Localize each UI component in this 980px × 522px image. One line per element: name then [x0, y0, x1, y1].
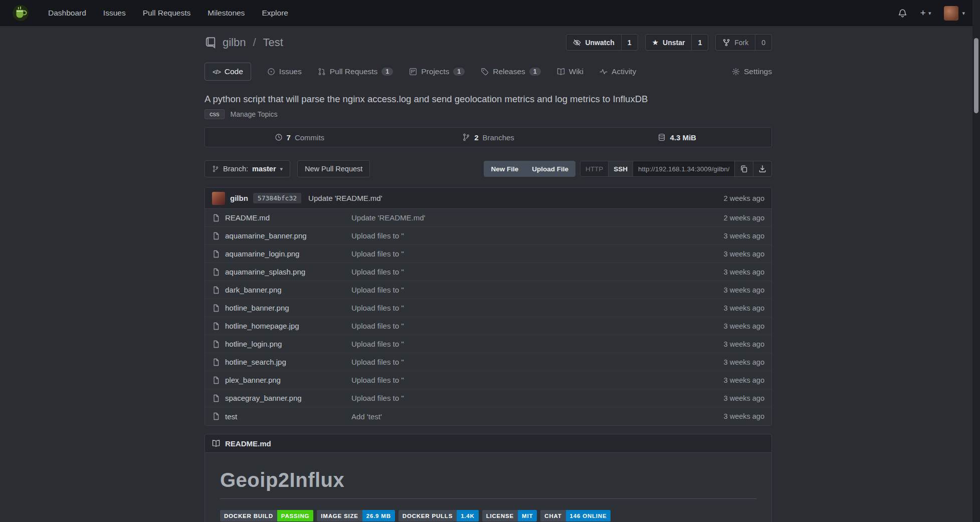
readme-header: README.md	[205, 434, 772, 453]
file-commit-time: 3 weeks ago	[704, 268, 764, 276]
chevron-down-icon: ▾	[928, 10, 931, 17]
file-link[interactable]: spacegray_banner.png	[225, 394, 302, 402]
file-commit-message[interactable]: Upload files to ''	[351, 249, 704, 258]
page-scrollbar[interactable]	[972, 0, 980, 522]
code-icon: </>	[213, 68, 221, 76]
file-commit-message[interactable]: Upload files to ''	[351, 231, 704, 240]
unstar-button[interactable]: ★ Unstar	[645, 34, 692, 51]
toolbar-right: New File Upload File HTTP SSH	[484, 161, 772, 177]
file-link[interactable]: plex_banner.png	[225, 376, 281, 384]
file-link[interactable]: README.md	[225, 213, 270, 222]
file-link[interactable]: hotline_login.png	[225, 340, 282, 348]
file-commit-message[interactable]: Add 'test'	[351, 412, 704, 421]
repo-stats-bar: 7Commits 2Branches 4.3 MiB	[205, 127, 772, 147]
tab-code[interactable]: </> Code	[205, 63, 251, 81]
tab-issues[interactable]: Issues	[267, 67, 302, 76]
tab-wiki[interactable]: Wiki	[557, 67, 583, 76]
file-row: plex_banner.png Upload files to '' 3 wee…	[205, 371, 771, 389]
file-commit-message[interactable]: Upload files to ''	[351, 304, 704, 312]
chevron-down-icon: ▾	[962, 10, 965, 17]
file-link[interactable]: hotline_banner.png	[225, 304, 289, 312]
file-commit-message[interactable]: Upload files to ''	[351, 394, 704, 402]
book-icon	[557, 68, 565, 76]
file-commit-message[interactable]: Update 'README.md'	[351, 213, 704, 222]
file-commit-time: 3 weeks ago	[704, 322, 764, 330]
file-commit-message[interactable]: Upload files to ''	[351, 322, 704, 330]
commit-author-link[interactable]: gilbn	[230, 194, 248, 202]
file-commit-message[interactable]: Upload files to ''	[351, 376, 704, 384]
nav-pull-requests[interactable]: Pull Requests	[143, 9, 191, 18]
branch-icon	[462, 133, 470, 141]
file-commit-time: 3 weeks ago	[704, 304, 764, 312]
badge-chat[interactable]: CHAT146 ONLINE	[540, 510, 611, 521]
pull-request-icon	[318, 68, 326, 76]
create-new-menu[interactable]: + ▾	[920, 8, 931, 19]
repo-owner-link[interactable]: gilbn	[223, 36, 246, 49]
pull-requests-count-badge: 1	[381, 68, 393, 76]
file-commit-message[interactable]: Upload files to ''	[351, 358, 704, 366]
nav-milestones[interactable]: Milestones	[208, 9, 245, 18]
user-menu[interactable]: ▾	[944, 6, 965, 21]
file-commit-message[interactable]: Upload files to ''	[351, 286, 704, 294]
watch-count[interactable]: 1	[621, 34, 638, 51]
navbar-right: + ▾ ▾	[898, 6, 965, 21]
new-file-button[interactable]: New File	[484, 161, 525, 177]
file-icon	[212, 268, 220, 276]
scrollbar-thumb[interactable]	[974, 38, 978, 113]
badge-image-size[interactable]: IMAGE SIZE26.9 MB	[317, 510, 395, 521]
chevron-down-icon: ▾	[280, 166, 283, 172]
stat-branches[interactable]: 2Branches	[394, 128, 583, 147]
gitea-logo[interactable]	[12, 5, 29, 22]
download-archive-button[interactable]	[753, 161, 772, 177]
topic-css[interactable]: css	[205, 109, 225, 119]
tab-projects[interactable]: Projects 1	[409, 67, 465, 76]
commit-sha-link[interactable]: 57384bfc32	[253, 193, 301, 203]
upload-file-button[interactable]: Upload File	[525, 161, 575, 177]
repo-name-link[interactable]: Test	[263, 36, 283, 49]
tab-activity[interactable]: Activity	[600, 67, 636, 76]
file-link[interactable]: aquamarine_login.png	[225, 249, 299, 258]
nav-issues[interactable]: Issues	[103, 9, 126, 18]
file-icon	[212, 250, 220, 258]
badge-license[interactable]: LICENSEMIT	[482, 510, 537, 521]
new-pull-request-button[interactable]: New Pull Request	[297, 160, 370, 177]
avatar	[944, 6, 958, 21]
nav-explore[interactable]: Explore	[262, 9, 288, 18]
fork-count[interactable]: 0	[755, 34, 772, 51]
fork-button[interactable]: Fork	[715, 34, 755, 51]
stat-commits[interactable]: 7Commits	[205, 128, 394, 147]
file-link[interactable]: aquamarine_banner.png	[225, 231, 307, 240]
tab-pull-requests[interactable]: Pull Requests 1	[318, 67, 394, 76]
badge-row: DOCKER BUILDPASSING IMAGE SIZE26.9 MB DO…	[220, 510, 756, 521]
star-icon: ★	[652, 38, 659, 47]
nav-dashboard[interactable]: Dashboard	[48, 9, 86, 18]
manage-topics-link[interactable]: Manage Topics	[231, 110, 278, 118]
file-link[interactable]: hotline_search.jpg	[225, 358, 286, 366]
file-link[interactable]: test	[225, 412, 237, 421]
file-link[interactable]: aquamarine_splash.png	[225, 268, 305, 276]
badge-docker-pulls[interactable]: DOCKER PULLS1.4K	[399, 510, 479, 521]
badge-docker-build[interactable]: DOCKER BUILDPASSING	[220, 510, 313, 521]
tab-settings[interactable]: Settings	[732, 67, 772, 76]
file-icon	[212, 394, 220, 402]
clone-url-input[interactable]	[633, 161, 735, 177]
tab-releases[interactable]: Releases 1	[481, 67, 541, 76]
notifications-button[interactable]	[898, 8, 907, 18]
readme-filename: README.md	[225, 439, 271, 448]
commit-author-avatar[interactable]	[212, 192, 225, 205]
file-link[interactable]: hotline_homepage.jpg	[225, 322, 299, 330]
file-row: dark_banner.png Upload files to '' 3 wee…	[205, 281, 771, 299]
file-commit-time: 3 weeks ago	[704, 412, 764, 420]
clone-ssh-toggle[interactable]: SSH	[608, 161, 633, 177]
file-commit-message[interactable]: Upload files to ''	[351, 268, 704, 276]
file-commit-time: 3 weeks ago	[704, 286, 764, 294]
clone-http-toggle[interactable]: HTTP	[580, 161, 609, 177]
commit-message-link[interactable]: Update 'README.md'	[308, 194, 382, 202]
copy-clone-url-button[interactable]	[734, 161, 753, 177]
unwatch-button[interactable]: Unwatch	[566, 34, 621, 51]
file-link[interactable]: dark_banner.png	[225, 286, 282, 294]
file-commit-message[interactable]: Upload files to ''	[351, 340, 704, 348]
navbar-left: Dashboard Issues Pull Requests Milestone…	[12, 5, 288, 22]
branch-dropdown[interactable]: Branch: master ▾	[205, 160, 290, 177]
star-count[interactable]: 1	[691, 34, 708, 51]
